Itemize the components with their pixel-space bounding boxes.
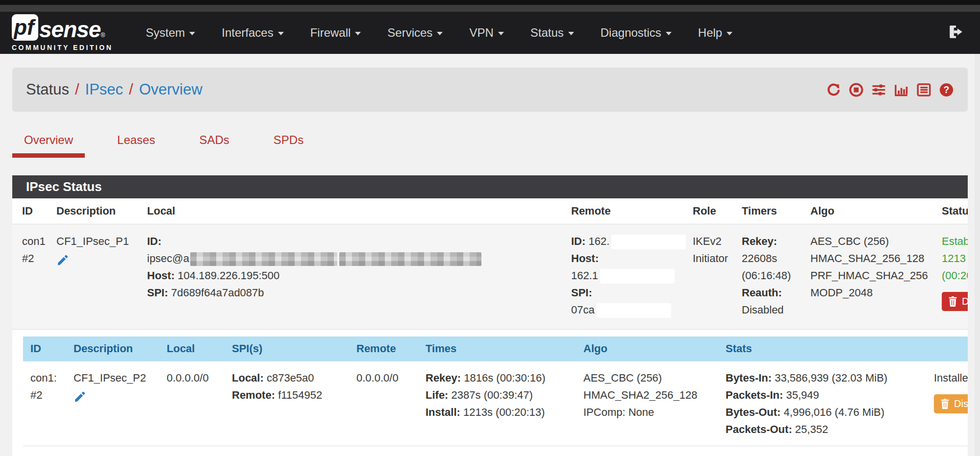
breadcrumb-action-icons: ? [826, 82, 954, 97]
chevron-down-icon [189, 32, 195, 35]
disconnect-child-button[interactable]: Disconnect [934, 394, 968, 413]
child-id-line1: con1: [30, 369, 63, 386]
redacted-blur [339, 252, 481, 266]
remote-id-label: ID: [571, 235, 585, 247]
child-actions-cell: Installed Disconnect [927, 361, 968, 446]
child-description: CF1_IPsec_P2 [74, 369, 156, 386]
spi-local-value: c873e5a0 [267, 372, 314, 384]
remote-host-label: Host: [571, 252, 599, 264]
remote-id-value: 162. [588, 235, 609, 247]
disconnect-button[interactable]: Disconnect [942, 292, 968, 311]
scrollbar-track[interactable] [975, 54, 980, 456]
child-col-header-description: Description [66, 336, 159, 361]
chevron-down-icon [727, 32, 732, 35]
settings-sliders-icon[interactable] [871, 82, 886, 97]
algo-line: PRF_HMAC_SHA2_256 [810, 267, 929, 284]
nav-menu-diagnostics[interactable]: Diagnostics [587, 26, 685, 40]
redacted-box [597, 303, 671, 318]
child-table-header-row: ID Description Local SPI(s) Remote Times… [23, 336, 968, 361]
refresh-icon[interactable] [826, 82, 841, 97]
breadcrumb-link-overview[interactable]: Overview [139, 81, 202, 98]
nav-menu-status[interactable]: Status [517, 26, 587, 40]
spi-remote-label: Remote: [232, 389, 275, 401]
bar-chart-icon[interactable] [894, 82, 909, 97]
ike-table-header-row: ID Description Local Remote Role Timers … [12, 198, 968, 224]
col-header-status: Status [932, 198, 968, 224]
child-col-header-spis: SPI(s) [225, 336, 349, 361]
child-col-header-actions [927, 336, 968, 361]
edit-pencil-icon[interactable] [74, 390, 86, 406]
nav-menu-interfaces[interactable]: Interfaces [208, 26, 297, 40]
breadcrumb-section: Status [26, 81, 69, 98]
nav-menu-system[interactable]: System [132, 26, 208, 40]
child-algo-cell: AES_CBC (256) HMAC_SHA2_256_128 IPComp: … [576, 361, 718, 446]
child-id-line2: #2 [30, 386, 63, 404]
child-col-header-algo: Algo [576, 336, 718, 361]
nav-menu-diagnostics-label: Diagnostics [601, 26, 661, 40]
list-view-icon[interactable] [916, 82, 931, 97]
local-id-value: ipsec@a [147, 252, 189, 264]
nav-menu-firewall[interactable]: Firewall [297, 26, 375, 40]
child-id-cell: con1: #2 [23, 361, 66, 446]
child-sa-container: ID Description Local SPI(s) Remote Times… [12, 330, 968, 456]
tab-sads[interactable]: SADs [187, 133, 241, 158]
pfsense-logo[interactable]: pf sense ® COMMUNITY EDITION [12, 14, 113, 51]
algo-line: IPComp: None [583, 404, 715, 421]
child-local-subnet: 0.0.0.0/0 [167, 369, 222, 386]
disconnect-child-button-label: Disconnect [954, 398, 968, 409]
nav-menu-help[interactable]: Help [685, 26, 746, 40]
breadcrumb-separator: / [75, 81, 79, 98]
registered-mark: ® [101, 32, 105, 39]
nav-menu-services[interactable]: Services [374, 26, 456, 40]
child-description-cell: CF1_IPsec_P2 [66, 361, 159, 446]
chevron-down-icon [278, 32, 284, 35]
stat-value: 25,352 [795, 423, 828, 435]
child-sa-table: ID Description Local SPI(s) Remote Times… [23, 336, 968, 446]
ike-id-line1: con1 [22, 233, 44, 250]
col-header-remote: Remote [561, 198, 683, 224]
table-row: con1 #2 CF1_IPsec_P1 ID: ipsec@a Host: 1… [12, 224, 968, 330]
status-age-time: (00:20:13) [942, 267, 968, 284]
stat-value: 33,586,939 (32.03 MiB) [775, 372, 887, 384]
local-host-value: 104.189.226.195:500 [177, 269, 279, 282]
sign-out-icon[interactable] [948, 24, 964, 42]
main-navbar: pf sense ® COMMUNITY EDITION System Inte… [0, 12, 980, 54]
stat-label: Packets-In: [726, 389, 783, 401]
remote-spi-value: 07ca [571, 304, 595, 316]
redacted-blur [190, 252, 337, 266]
table-row: con1: #2 CF1_IPsec_P2 [23, 361, 968, 446]
stat-label: Packets-Out: [726, 423, 792, 435]
chevron-down-icon [355, 32, 361, 35]
stat-value: 35,949 [786, 389, 819, 401]
algo-line: HMAC_SHA2_256_128 [583, 386, 715, 404]
pfsense-logo-row: pf sense ® [12, 14, 113, 41]
breadcrumb-bar: Status / IPsec / Overview ? [12, 68, 968, 112]
edit-pencil-icon[interactable] [56, 254, 69, 269]
nav-menu-vpn[interactable]: VPN [456, 26, 517, 40]
tab-spds[interactable]: SPDs [262, 133, 315, 158]
stop-service-icon[interactable] [849, 82, 864, 97]
local-spi-label: SPI: [147, 287, 168, 299]
col-header-local: Local [137, 198, 561, 224]
pf-logo-box: pf [12, 14, 38, 41]
nav-menu-system-label: System [146, 26, 185, 40]
time-label: Rekey: [426, 372, 461, 384]
stat-label: Bytes-In: [726, 372, 772, 384]
tab-leases[interactable]: Leases [105, 133, 167, 158]
nav-menu-status-label: Status [530, 26, 564, 40]
help-icon[interactable]: ? [939, 82, 954, 97]
col-header-description: Description [47, 198, 137, 224]
role-line1: IKEv2 [693, 233, 729, 250]
child-sa-row-wrapper: ID Description Local SPI(s) Remote Times… [12, 330, 968, 456]
role-line2: Initiator [693, 250, 729, 267]
ike-role-cell: IKEv2 Initiator [683, 224, 732, 330]
tab-overview[interactable]: Overview [12, 133, 85, 158]
panel-title: IPsec Status [12, 175, 968, 198]
child-state-installed: Installed [934, 369, 968, 386]
breadcrumb-link-ipsec[interactable]: IPsec [85, 81, 124, 98]
child-local-cell: 0.0.0.0/0 [159, 361, 225, 446]
child-remote-cell: 0.0.0.0/0 [349, 361, 418, 446]
child-col-header-remote: Remote [349, 336, 418, 361]
header-strip [0, 5, 980, 12]
disconnect-button-label: Disconnect [962, 296, 968, 307]
